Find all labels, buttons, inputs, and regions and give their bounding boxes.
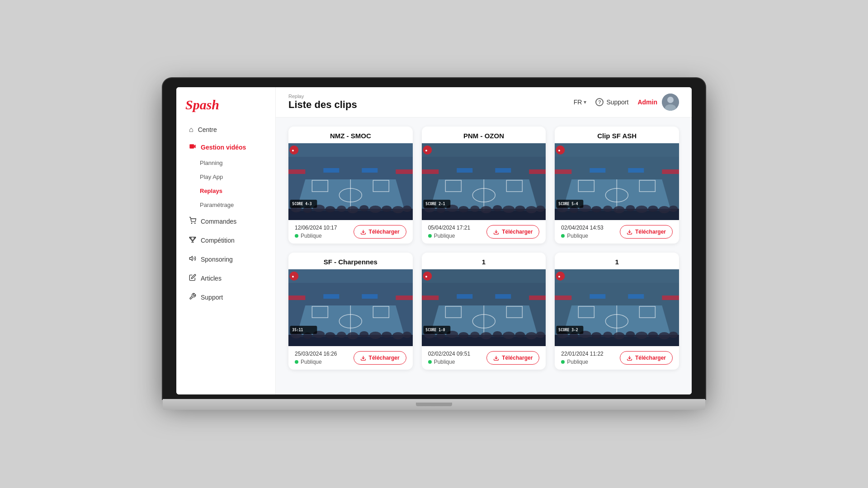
download-button[interactable]: Télécharger bbox=[620, 351, 673, 365]
sidebar-item-centre-label: Centre bbox=[198, 126, 217, 133]
svg-point-21 bbox=[359, 205, 368, 211]
svg-text:●: ● bbox=[558, 148, 561, 153]
clip-footer: 12/06/2024 10:17 Publique Télécharger bbox=[288, 220, 413, 244]
app-layout: Spash ⌂ Centre Gestion vidéos bbox=[176, 87, 692, 394]
status-label: Publique bbox=[434, 359, 455, 365]
download-button[interactable]: Télécharger bbox=[354, 351, 406, 365]
download-button[interactable]: Télécharger bbox=[620, 225, 673, 239]
support-button[interactable]: ? Support bbox=[595, 98, 628, 106]
svg-rect-56 bbox=[422, 169, 439, 174]
clip-title: SF - Charpennes bbox=[288, 253, 413, 269]
sidebar-replays-label: Replays bbox=[200, 188, 222, 194]
svg-point-133 bbox=[493, 331, 502, 338]
download-icon bbox=[493, 229, 499, 235]
clip-thumbnail[interactable]: 35:11 ● bbox=[288, 269, 413, 346]
sidebar-item-centre[interactable]: ⌂ Centre bbox=[180, 121, 272, 138]
svg-point-102 bbox=[325, 332, 335, 338]
clip-title: 1 bbox=[422, 253, 546, 269]
status-label: Publique bbox=[567, 359, 588, 365]
sidebar-item-support[interactable]: Support bbox=[180, 288, 272, 306]
status-label: Publique bbox=[301, 233, 322, 239]
svg-point-22 bbox=[369, 206, 381, 213]
laptop-frame: Spash ⌂ Centre Gestion vidéos bbox=[163, 78, 705, 410]
svg-point-74 bbox=[592, 206, 602, 212]
content-area: NMZ - SMOC bbox=[276, 117, 692, 394]
svg-rect-140 bbox=[422, 296, 439, 300]
svg-rect-29 bbox=[396, 169, 412, 174]
download-button[interactable]: Télécharger bbox=[486, 351, 539, 365]
svg-text:SCORE 1-0: SCORE 1-0 bbox=[425, 328, 445, 332]
clip-thumbnail[interactable]: SCORE 3-2 ● bbox=[555, 269, 679, 346]
language-selector[interactable]: FR ▾ bbox=[574, 99, 587, 106]
sidebar-item-replays[interactable]: Replays bbox=[180, 184, 272, 197]
clip-meta: 05/04/2024 17:21 Publique bbox=[428, 225, 470, 239]
download-button[interactable]: Télécharger bbox=[354, 225, 406, 239]
svg-point-158 bbox=[592, 332, 602, 338]
trophy-icon bbox=[189, 236, 196, 245]
sidebar-item-articles[interactable]: Articles bbox=[180, 269, 272, 287]
svg-point-106 bbox=[369, 332, 381, 339]
clip-thumbnail[interactable]: SCORE 1-0 ● bbox=[422, 269, 546, 346]
clip-meta: 12/06/2024 10:17 Publique bbox=[295, 225, 337, 239]
sidebar-competition-label: Compétition bbox=[201, 237, 235, 244]
svg-point-24 bbox=[392, 206, 403, 213]
sidebar-parametrage-label: Paramétrage bbox=[200, 202, 234, 208]
clip-thumbnail[interactable]: SCORE 2-1 ● bbox=[422, 143, 546, 220]
svg-point-18 bbox=[325, 206, 335, 212]
sidebar-section-gestion-label: Gestion vidéos bbox=[201, 144, 246, 151]
clip-thumbnail[interactable]: SCORE 4-3 ● bbox=[288, 143, 413, 220]
laptop-base bbox=[163, 399, 705, 410]
svg-rect-64 bbox=[555, 143, 679, 157]
svg-rect-143 bbox=[495, 294, 511, 299]
svg-rect-92 bbox=[288, 269, 413, 283]
clip-card: SF - Charpennes bbox=[288, 253, 413, 370]
download-label: Télécharger bbox=[635, 229, 666, 235]
admin-section: Admin bbox=[637, 94, 679, 111]
status-label: Publique bbox=[301, 359, 322, 365]
language-code: FR bbox=[574, 99, 582, 106]
status-dot bbox=[561, 234, 565, 238]
download-label: Télécharger bbox=[635, 355, 666, 361]
svg-marker-1 bbox=[194, 145, 195, 148]
clip-footer: 05/04/2024 17:21 Publique Télécharger bbox=[422, 220, 546, 244]
clip-footer: 02/04/2024 14:53 Publique Télécharger bbox=[555, 220, 679, 244]
svg-point-50 bbox=[503, 206, 514, 213]
svg-point-137 bbox=[536, 332, 545, 338]
svg-rect-142 bbox=[457, 294, 472, 299]
clip-date: 12/06/2024 10:17 bbox=[295, 225, 337, 231]
sidebar-item-commandes[interactable]: Commandes bbox=[180, 212, 272, 230]
clip-status: Publique bbox=[428, 359, 470, 365]
svg-rect-36 bbox=[422, 143, 546, 157]
svg-rect-87 bbox=[628, 168, 644, 173]
svg-text:35:11: 35:11 bbox=[292, 328, 303, 332]
svg-point-81 bbox=[669, 206, 678, 212]
logo-text[interactable]: Spash bbox=[185, 98, 266, 112]
home-icon: ⌂ bbox=[189, 126, 193, 134]
download-label: Télécharger bbox=[369, 229, 400, 235]
avatar[interactable] bbox=[662, 94, 679, 111]
svg-rect-115 bbox=[362, 294, 377, 299]
sidebar-item-parametrage[interactable]: Paramétrage bbox=[180, 198, 272, 211]
clip-status: Publique bbox=[561, 233, 603, 239]
clip-title: NMZ - SMOC bbox=[288, 127, 413, 143]
sidebar-planning-label: Planning bbox=[200, 160, 223, 166]
sidebar-item-sponsoring[interactable]: Sponsoring bbox=[180, 250, 272, 268]
sidebar-support-label: Support bbox=[201, 294, 223, 301]
clip-status: Publique bbox=[561, 359, 603, 365]
svg-point-51 bbox=[515, 206, 525, 212]
clip-footer: 02/02/2024 09:51 Publique Télécharger bbox=[422, 346, 546, 370]
svg-point-3 bbox=[195, 223, 195, 223]
svg-text:SCORE 4-3: SCORE 4-3 bbox=[292, 202, 312, 206]
clip-thumbnail[interactable]: SCORE 5-4 ● bbox=[555, 143, 679, 220]
download-button[interactable]: Télécharger bbox=[486, 225, 539, 239]
megaphone-icon bbox=[189, 255, 196, 264]
status-dot bbox=[295, 360, 298, 364]
screen-bezel: Spash ⌂ Centre Gestion vidéos bbox=[163, 78, 705, 399]
svg-rect-8 bbox=[288, 143, 413, 157]
svg-rect-30 bbox=[323, 168, 339, 173]
sidebar-item-gestion-videos[interactable]: Gestion vidéos bbox=[180, 139, 272, 155]
svg-rect-85 bbox=[662, 169, 679, 174]
sidebar-item-play-app[interactable]: Play App bbox=[180, 170, 272, 183]
sidebar-item-planning[interactable]: Planning bbox=[180, 156, 272, 169]
sidebar-item-competition[interactable]: Compétition bbox=[180, 231, 272, 249]
